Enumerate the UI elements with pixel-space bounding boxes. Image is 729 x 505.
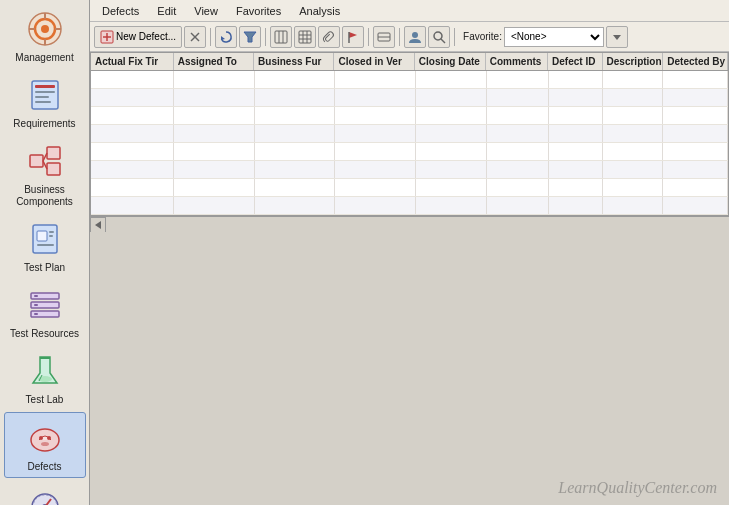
table-row[interactable] (91, 197, 728, 215)
table-cell (549, 107, 603, 124)
svg-rect-10 (35, 96, 49, 98)
svg-rect-9 (35, 91, 55, 93)
table-cell (549, 197, 603, 214)
menu-favorites[interactable]: Favorites (228, 3, 289, 19)
sidebar-item-business-components[interactable]: Business Components (4, 136, 86, 212)
table-row[interactable] (91, 125, 728, 143)
table-cell (335, 197, 416, 214)
search-button[interactable] (428, 26, 450, 48)
sidebar-item-test-plan[interactable]: Test Plan (4, 214, 86, 278)
attachment-icon (322, 30, 336, 44)
table-cell (603, 89, 664, 106)
svg-point-58 (412, 32, 418, 38)
svg-point-33 (47, 436, 51, 440)
sidebar-item-test-resources[interactable]: Test Resources (4, 280, 86, 344)
grid-button[interactable] (294, 26, 316, 48)
close-icon (189, 31, 201, 43)
table-cell (255, 143, 336, 160)
table-cell (549, 161, 603, 178)
bottom-panel: LearnQualityCenter.com (90, 232, 729, 505)
table-cell (174, 89, 255, 106)
dashboard-icon (24, 484, 66, 505)
table-cell (487, 179, 549, 196)
separator-4 (399, 28, 400, 46)
svg-rect-26 (34, 304, 38, 306)
sidebar-item-requirements[interactable]: Requirements (4, 70, 86, 134)
table-row[interactable] (91, 71, 728, 89)
scroll-left-button[interactable] (90, 217, 106, 233)
test-plan-icon (24, 218, 66, 260)
menu-edit[interactable]: Edit (149, 3, 184, 19)
columns-icon (274, 30, 288, 44)
attachment-button[interactable] (318, 26, 340, 48)
col-header-comments: Comments (486, 53, 548, 70)
col-header-closing-date: Closing Date (415, 53, 486, 70)
svg-rect-46 (275, 31, 287, 43)
sidebar-item-dashboard[interactable]: Dashboard (4, 480, 86, 505)
table-cell (91, 161, 174, 178)
table-cell (174, 197, 255, 214)
table-cell (663, 143, 728, 160)
table-cell (255, 125, 336, 142)
table-cell (255, 161, 336, 178)
table-cell (663, 89, 728, 106)
separator-2 (265, 28, 266, 46)
favorite-select[interactable]: <None> (504, 27, 604, 47)
management-icon (24, 8, 66, 50)
table-cell (91, 107, 174, 124)
svg-point-34 (41, 442, 49, 446)
new-defect-button[interactable]: New Defect... (94, 26, 182, 48)
filter-button[interactable] (239, 26, 261, 48)
table-cell (91, 143, 174, 160)
table-cell (91, 179, 174, 196)
chevron-down-icon (612, 32, 622, 42)
favorite-dropdown-button[interactable] (606, 26, 628, 48)
close-button[interactable] (184, 26, 206, 48)
favorite-label: Favorite: (463, 31, 502, 42)
svg-rect-18 (37, 231, 47, 241)
table-cell (603, 143, 664, 160)
table-cell (663, 107, 728, 124)
table-cell (91, 89, 174, 106)
menu-defects[interactable]: Defects (94, 3, 147, 19)
horizontal-scrollbar (90, 216, 729, 232)
svg-rect-28 (40, 357, 50, 359)
table-cell (549, 143, 603, 160)
table-cell (335, 89, 416, 106)
sidebar-item-defects[interactable]: Defects (4, 412, 86, 478)
table-cell (335, 161, 416, 178)
table-cell (91, 197, 174, 214)
table-cell (335, 71, 416, 88)
flag-button[interactable] (342, 26, 364, 48)
menu-analysis[interactable]: Analysis (291, 3, 348, 19)
table-cell (174, 125, 255, 142)
content-area: Actual Fix Tir Assigned To Business Fur … (90, 52, 729, 505)
table-row[interactable] (91, 107, 728, 125)
table-cell (663, 179, 728, 196)
sidebar-item-test-lab[interactable]: Test Lab (4, 346, 86, 410)
table-row[interactable] (91, 89, 728, 107)
svg-line-60 (441, 39, 445, 43)
view-button[interactable] (373, 26, 395, 48)
col-header-detected-by: Detected By (663, 53, 728, 70)
refresh-button[interactable] (215, 26, 237, 48)
table-cell (416, 179, 487, 196)
scroll-track[interactable] (106, 217, 729, 233)
columns-button[interactable] (270, 26, 292, 48)
table-cell (487, 89, 549, 106)
table-cell (255, 89, 336, 106)
sidebar-item-management[interactable]: Management (4, 4, 86, 68)
svg-rect-21 (37, 244, 54, 246)
table-row[interactable] (91, 161, 728, 179)
refresh-icon (219, 30, 233, 44)
table-row[interactable] (91, 143, 728, 161)
user-button[interactable] (404, 26, 426, 48)
svg-point-2 (41, 25, 49, 33)
menu-view[interactable]: View (186, 3, 226, 19)
table-cell (174, 143, 255, 160)
svg-marker-44 (221, 36, 225, 40)
col-header-defect-id: Defect ID (548, 53, 602, 70)
table-cell (603, 197, 664, 214)
test-lab-icon (24, 350, 66, 392)
table-row[interactable] (91, 179, 728, 197)
